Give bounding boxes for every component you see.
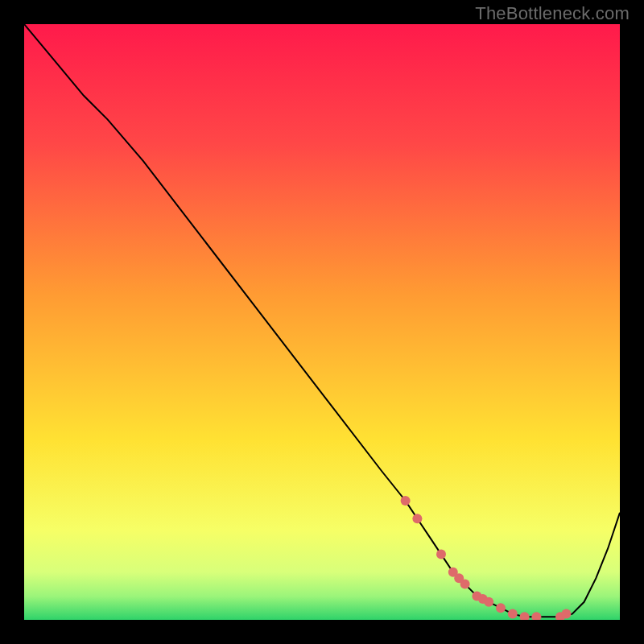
- marker-point: [484, 597, 493, 607]
- chart-svg: [24, 24, 620, 620]
- marker-point: [436, 550, 446, 559]
- marker-point: [496, 603, 506, 613]
- plot-area: [24, 24, 620, 620]
- marker-point: [460, 580, 470, 589]
- watermark-text: TheBottleneck.com: [475, 3, 630, 24]
- marker-point: [412, 514, 422, 523]
- gradient-background: [24, 24, 620, 620]
- marker-point: [401, 496, 411, 506]
- figure-frame: TheBottleneck.com: [0, 0, 644, 644]
- marker-point: [508, 609, 518, 619]
- marker-point: [561, 609, 571, 619]
